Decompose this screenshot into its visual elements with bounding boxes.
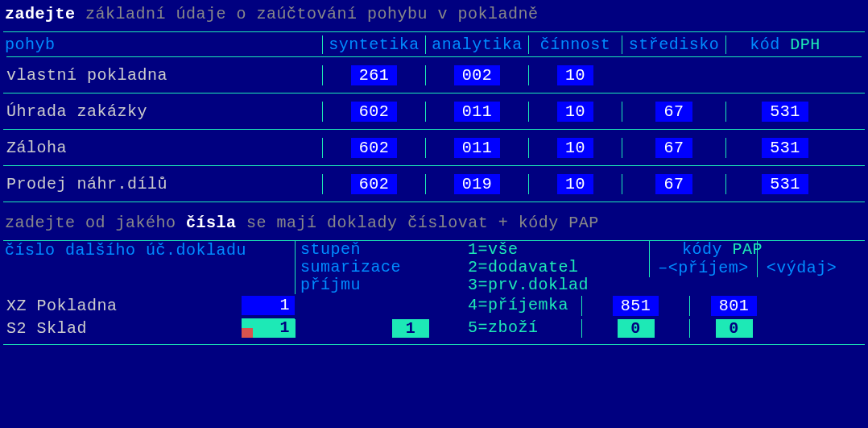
kod-dph-field[interactable]: 531 (762, 102, 808, 122)
hdr-vydaj: <výdaj> (757, 241, 845, 277)
hdr-cinnost: čínnost (528, 35, 622, 54)
cinnost-field[interactable]: 10 (557, 138, 593, 158)
stredisko-field[interactable]: 67 (655, 138, 692, 158)
syntetika-field[interactable]: 602 (351, 174, 398, 194)
row-label: Prodej náhr.dílů (3, 175, 322, 193)
analytika-field[interactable]: 011 (454, 138, 501, 158)
prompt-1-text: základní údaje o zaúčtování pohybu v pok… (85, 5, 539, 23)
accounting-table: pohyb syntetika analytika čínnost středi… (0, 32, 868, 202)
hdr-analytika: analytika (425, 35, 528, 54)
kod-prijem-field[interactable]: 851 (613, 296, 659, 316)
hdr-kod-dph: kód DPH (725, 35, 844, 54)
doc-number-field[interactable]: 1 (242, 318, 295, 338)
kod-vydaj-field[interactable]: 0 (716, 319, 753, 338)
row-label: Úhrada zakázky (3, 102, 322, 121)
analytika-field[interactable]: 002 (454, 65, 501, 85)
kod-dph-field[interactable]: 531 (762, 174, 808, 194)
row-label: XZ Pokladna (3, 297, 242, 315)
numbering-row: XZ Pokladna14=příjemka851801 (3, 294, 865, 317)
analytika-field[interactable]: 019 (454, 174, 501, 194)
doc-number-field[interactable]: 1 (242, 296, 295, 315)
table-row: vlastní pokladna26100210 (3, 57, 865, 93)
analytika-field[interactable]: 011 (454, 102, 501, 122)
hdr-cislo-dokladu: číslo dalšího úč.dokladu (3, 241, 295, 260)
kod-vydaj-field[interactable]: 801 (711, 296, 758, 316)
hdr-pohyb: pohyb (3, 35, 322, 54)
hdr-stupen: stupeň sumarizace příjmu (295, 241, 468, 294)
stredisko-field[interactable]: 67 (655, 174, 692, 194)
legend-line: 4=příjemka (468, 297, 581, 314)
kod-dph-field[interactable]: 531 (762, 138, 808, 158)
row-label: S2 Sklad (3, 319, 242, 338)
table-header-row: pohyb syntetika analytika čínnost středi… (3, 32, 865, 56)
syntetika-field[interactable]: 602 (351, 138, 398, 158)
hdr-syntetika: syntetika (322, 35, 425, 54)
row-label: Záloha (3, 139, 322, 157)
hdr-stredisko: středisko (622, 35, 725, 54)
hdr-prijem: kódy PAP –<příjem> (649, 241, 757, 277)
stredisko-field[interactable]: 67 (655, 102, 692, 122)
syntetika-field[interactable]: 602 (351, 102, 398, 122)
row-label: vlastní pokladna (3, 66, 322, 85)
cinnost-field[interactable]: 10 (557, 102, 593, 122)
table-row: Záloha6020111067531 (3, 130, 865, 165)
legend-line: 5=zboží (468, 319, 581, 337)
cinnost-field[interactable]: 10 (557, 65, 593, 85)
prompt-2: zadejte od jakého čísla se mají doklady … (0, 202, 868, 240)
table-row: Prodej náhr.dílů6020191067531 (3, 166, 865, 202)
syntetika-field[interactable]: 261 (351, 65, 398, 85)
hdr-legend: 1=vše 2=dodavatel 3=prv.doklad (468, 241, 649, 294)
divider (3, 344, 865, 345)
section2-header: číslo dalšího úč.dokladu stupeň sumariza… (3, 241, 865, 294)
table-row: Úhrada zakázky6020111067531 (3, 93, 865, 129)
sumarizace-field[interactable]: 1 (392, 319, 429, 338)
prompt-1: zadejte základní údaje o zaúčtování pohy… (0, 0, 868, 31)
numbering-row: S2 Sklad115=zboží00 (3, 317, 865, 339)
kod-prijem-field[interactable]: 0 (618, 319, 655, 338)
cinnost-field[interactable]: 10 (557, 174, 593, 194)
prompt-1-highlight: zadejte (5, 5, 76, 23)
prompt-2-highlight: čísla (186, 214, 237, 232)
numbering-section: číslo dalšího úč.dokladu stupeň sumariza… (0, 241, 868, 339)
